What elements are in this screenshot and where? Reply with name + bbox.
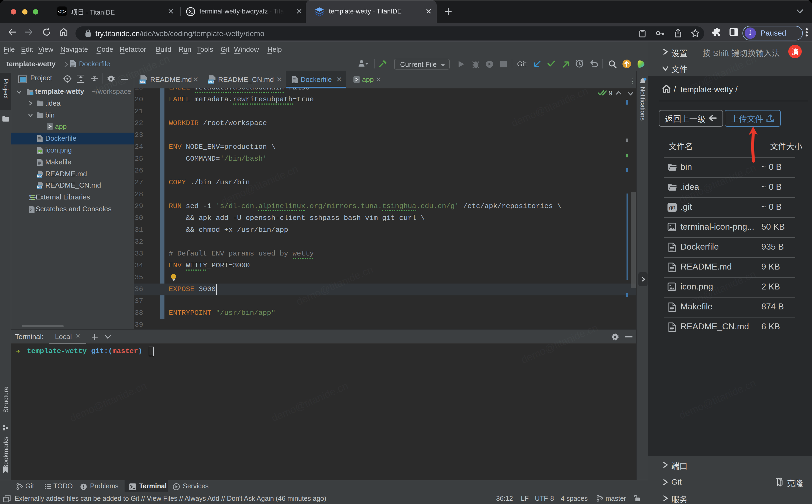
svg-text:MD: MD [37, 186, 42, 189]
svg-text:MD: MD [208, 80, 213, 84]
svg-text:MD: MD [140, 80, 145, 84]
svg-text:9: 9 [608, 89, 612, 97]
svg-text:MD: MD [37, 174, 42, 177]
